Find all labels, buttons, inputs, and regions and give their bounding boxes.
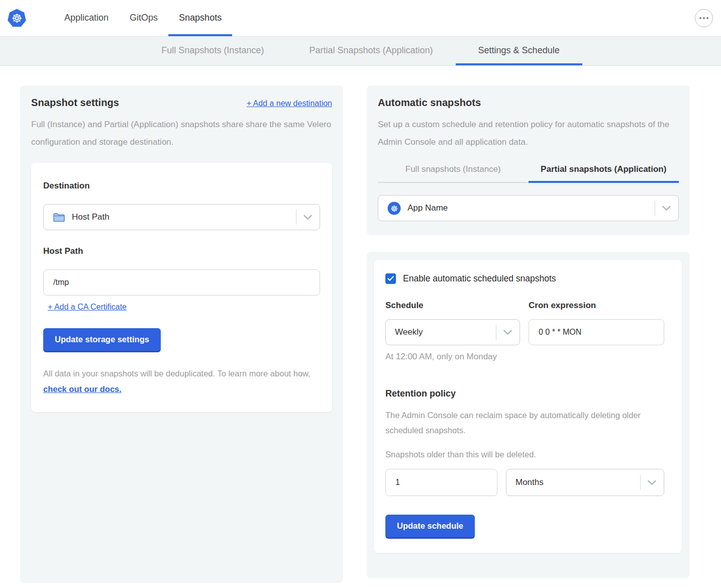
application-select[interactable]: ☸ App Name xyxy=(378,195,679,221)
docs-link[interactable]: check out our docs. xyxy=(43,384,122,394)
retention-unit-select[interactable]: Months xyxy=(506,469,664,496)
add-new-destination-link[interactable]: + Add a new destination xyxy=(247,99,332,108)
schedule-selected-value: Weekly xyxy=(395,327,423,337)
destination-select[interactable]: Host Path xyxy=(43,204,320,230)
subtab-full-snapshots[interactable]: Full Snapshots (Instance) xyxy=(139,37,286,65)
tab-partial-snapshots-application[interactable]: Partial snapshots (Application) xyxy=(529,164,679,183)
svg-text:☸: ☸ xyxy=(12,12,23,26)
host-path-label: Host Path xyxy=(43,246,320,256)
update-schedule-button[interactable]: Update schedule xyxy=(385,515,475,537)
enable-snapshots-label[interactable]: Enable automatic scheduled snapshots xyxy=(403,273,556,284)
folder-icon xyxy=(53,212,65,223)
app-kubernetes-icon: ☸ xyxy=(387,202,401,215)
storage-settings-panel: Destination Host Path Host Path + Add a … xyxy=(31,163,332,412)
tab-snapshots[interactable]: Snapshots xyxy=(168,0,232,36)
add-ca-certificate-link[interactable]: + Add a CA Certificate xyxy=(48,303,127,312)
retention-hint: Snapshots older than this will be delete… xyxy=(385,450,665,459)
dedupe-text: All data in your snapshots will be dedup… xyxy=(43,369,311,378)
chevron-down-icon xyxy=(647,480,657,485)
chevron-down-icon xyxy=(303,215,313,220)
select-divider xyxy=(496,325,496,340)
retention-count-input[interactable] xyxy=(385,469,497,496)
cron-expression-label: Cron expression xyxy=(529,301,664,311)
subtab-partial-snapshots[interactable]: Partial Snapshots (Application) xyxy=(286,37,455,65)
svg-text:☸: ☸ xyxy=(390,203,398,213)
retention-policy-title: Retention policy xyxy=(385,388,665,399)
tab-application[interactable]: Application xyxy=(54,0,119,36)
retention-unit-value: Months xyxy=(516,477,544,487)
host-path-input[interactable] xyxy=(43,269,320,296)
top-navigation: ☸ Application GitOps Snapshots xyxy=(0,0,721,36)
chevron-down-icon xyxy=(662,206,671,211)
dedupe-note: All data in your snapshots will be dedup… xyxy=(43,366,320,397)
schedule-panel: Enable automatic scheduled snapshots Sch… xyxy=(374,260,682,553)
content: Snapshot settings + Add a new destinatio… xyxy=(0,66,721,583)
select-divider xyxy=(640,475,641,490)
tab-gitops[interactable]: GitOps xyxy=(119,0,168,36)
check-icon xyxy=(387,276,394,281)
automatic-snapshots-description: Set up a custom schedule and retention p… xyxy=(378,116,679,151)
chevron-down-icon xyxy=(503,330,512,335)
schedule-label: Schedule xyxy=(385,301,520,311)
select-divider xyxy=(655,201,655,216)
snapshots-subnav: Full Snapshots (Instance) Partial Snapsh… xyxy=(0,36,721,66)
main-tabs: Application GitOps Snapshots xyxy=(54,0,232,36)
enable-snapshots-checkbox[interactable] xyxy=(385,273,396,284)
destination-selected-value: Host Path xyxy=(72,212,110,222)
snapshot-type-tabs: Full snapshots (Instance) Partial snapsh… xyxy=(378,164,679,183)
ellipsis-icon xyxy=(698,17,709,20)
snapshot-settings-description: Full (Instance) and Partial (Application… xyxy=(31,116,332,151)
schedule-interval-select[interactable]: Weekly xyxy=(385,319,520,345)
automatic-snapshots-title: Automatic snapshots xyxy=(378,97,679,109)
app-logo: ☸ xyxy=(7,0,27,36)
select-divider xyxy=(296,210,296,225)
cron-field: Cron expression xyxy=(529,301,664,345)
kubernetes-logo-icon: ☸ xyxy=(7,9,27,28)
subtab-settings-schedule[interactable]: Settings & Schedule xyxy=(456,37,582,65)
destination-label: Destination xyxy=(43,181,320,191)
right-column: Automatic snapshots Set up a custom sche… xyxy=(367,85,690,578)
cron-readable-text: At 12:00 AM, only on Monday xyxy=(385,352,665,362)
snapshot-settings-title: Snapshot settings xyxy=(31,97,119,109)
automatic-snapshots-card: Automatic snapshots Set up a custom sche… xyxy=(367,85,690,235)
update-storage-settings-button[interactable]: Update storage settings xyxy=(43,328,161,351)
more-menu-button[interactable] xyxy=(695,9,713,27)
application-selected-value: App Name xyxy=(407,203,448,213)
cron-expression-input[interactable] xyxy=(529,319,664,345)
snapshot-settings-card: Snapshot settings + Add a new destinatio… xyxy=(20,85,343,583)
retention-policy-description: The Admin Console can reclaim space by a… xyxy=(385,408,665,438)
tab-full-snapshots-instance[interactable]: Full snapshots (Instance) xyxy=(378,164,529,183)
schedule-field: Schedule Weekly xyxy=(385,301,520,345)
schedule-settings-card: Enable automatic scheduled snapshots Sch… xyxy=(367,252,690,578)
